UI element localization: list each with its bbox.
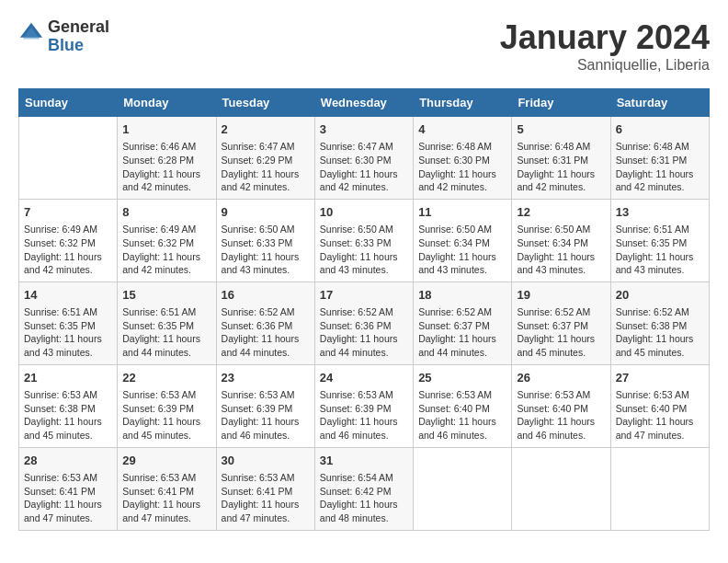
day-number: 4 [418, 121, 506, 138]
header-thursday: Thursday [414, 89, 512, 117]
day-info: Sunrise: 6:50 AMSunset: 6:34 PMDaylight:… [517, 223, 605, 277]
day-number: 26 [517, 370, 605, 386]
day-number: 14 [24, 287, 112, 304]
calendar-cell [610, 447, 709, 530]
title-block: January 2024 Sanniquellie, Liberia [500, 18, 710, 74]
calendar-cell: 21Sunrise: 6:53 AMSunset: 6:38 PMDayligh… [19, 364, 118, 447]
calendar-cell: 20Sunrise: 6:52 AMSunset: 6:38 PMDayligh… [610, 282, 709, 364]
calendar-cell: 30Sunrise: 6:53 AMSunset: 6:41 PMDayligh… [216, 447, 314, 530]
day-info: Sunrise: 6:53 AMSunset: 6:41 PMDaylight:… [222, 471, 310, 525]
day-info: Sunrise: 6:53 AMSunset: 6:40 PMDaylight:… [616, 388, 704, 442]
day-number: 6 [616, 121, 704, 138]
day-info: Sunrise: 6:48 AMSunset: 6:31 PMDaylight:… [616, 140, 704, 194]
logo-icon [18, 20, 44, 46]
day-number: 27 [616, 370, 704, 386]
calendar-cell: 26Sunrise: 6:53 AMSunset: 6:40 PMDayligh… [512, 364, 610, 447]
header-sunday: Sunday [19, 89, 118, 117]
header-saturday: Saturday [610, 89, 709, 117]
day-number: 22 [122, 370, 210, 386]
day-info: Sunrise: 6:47 AMSunset: 6:29 PMDaylight:… [222, 140, 310, 194]
day-number: 15 [122, 287, 210, 304]
calendar-cell [414, 447, 512, 530]
day-number: 19 [517, 287, 605, 304]
day-number: 28 [24, 453, 112, 469]
header-tuesday: Tuesday [216, 89, 314, 117]
calendar-cell: 16Sunrise: 6:52 AMSunset: 6:36 PMDayligh… [216, 282, 314, 364]
day-number: 24 [320, 370, 408, 386]
calendar-cell: 3Sunrise: 6:47 AMSunset: 6:30 PMDaylight… [314, 117, 413, 200]
calendar-cell: 22Sunrise: 6:53 AMSunset: 6:39 PMDayligh… [118, 364, 216, 447]
calendar-cell: 6Sunrise: 6:48 AMSunset: 6:31 PMDaylight… [610, 117, 709, 200]
calendar-week-row: 28Sunrise: 6:53 AMSunset: 6:41 PMDayligh… [19, 447, 710, 530]
calendar-cell: 25Sunrise: 6:53 AMSunset: 6:40 PMDayligh… [414, 364, 512, 447]
calendar-cell: 12Sunrise: 6:50 AMSunset: 6:34 PMDayligh… [512, 199, 610, 282]
calendar-week-row: 14Sunrise: 6:51 AMSunset: 6:35 PMDayligh… [19, 282, 710, 364]
calendar-cell: 13Sunrise: 6:51 AMSunset: 6:35 PMDayligh… [610, 199, 709, 282]
calendar-cell: 23Sunrise: 6:53 AMSunset: 6:39 PMDayligh… [216, 364, 314, 447]
calendar-cell: 28Sunrise: 6:53 AMSunset: 6:41 PMDayligh… [19, 447, 118, 530]
calendar-cell: 9Sunrise: 6:50 AMSunset: 6:33 PMDaylight… [216, 199, 314, 282]
calendar-cell: 31Sunrise: 6:54 AMSunset: 6:42 PMDayligh… [314, 447, 413, 530]
calendar-cell: 18Sunrise: 6:52 AMSunset: 6:37 PMDayligh… [414, 282, 512, 364]
day-info: Sunrise: 6:49 AMSunset: 6:32 PMDaylight:… [24, 223, 112, 277]
header-friday: Friday [512, 89, 610, 117]
day-number: 10 [320, 204, 408, 221]
header-wednesday: Wednesday [314, 89, 413, 117]
day-number: 18 [418, 287, 506, 304]
day-info: Sunrise: 6:52 AMSunset: 6:37 PMDaylight:… [517, 305, 605, 360]
calendar-cell: 4Sunrise: 6:48 AMSunset: 6:30 PMDaylight… [414, 117, 512, 200]
calendar-cell: 17Sunrise: 6:52 AMSunset: 6:36 PMDayligh… [314, 282, 413, 364]
day-info: Sunrise: 6:50 AMSunset: 6:33 PMDaylight:… [222, 223, 310, 277]
header-monday: Monday [118, 89, 216, 117]
calendar-cell: 1Sunrise: 6:46 AMSunset: 6:28 PMDaylight… [118, 117, 216, 200]
calendar-cell: 27Sunrise: 6:53 AMSunset: 6:40 PMDayligh… [610, 364, 709, 447]
day-number: 1 [122, 121, 210, 138]
calendar-week-row: 21Sunrise: 6:53 AMSunset: 6:38 PMDayligh… [19, 364, 710, 447]
day-info: Sunrise: 6:54 AMSunset: 6:42 PMDaylight:… [320, 471, 408, 525]
day-info: Sunrise: 6:48 AMSunset: 6:30 PMDaylight:… [418, 140, 506, 194]
calendar-cell: 10Sunrise: 6:50 AMSunset: 6:33 PMDayligh… [314, 199, 413, 282]
calendar-cell: 5Sunrise: 6:48 AMSunset: 6:31 PMDaylight… [512, 117, 610, 200]
day-info: Sunrise: 6:53 AMSunset: 6:40 PMDaylight:… [418, 388, 506, 442]
logo-blue: Blue [48, 37, 109, 55]
calendar-cell: 2Sunrise: 6:47 AMSunset: 6:29 PMDaylight… [216, 117, 314, 200]
day-info: Sunrise: 6:51 AMSunset: 6:35 PMDaylight:… [122, 305, 210, 360]
day-number: 17 [320, 287, 408, 304]
logo: General Blue [18, 18, 109, 55]
day-info: Sunrise: 6:53 AMSunset: 6:39 PMDaylight:… [320, 388, 408, 442]
calendar-cell: 11Sunrise: 6:50 AMSunset: 6:34 PMDayligh… [414, 199, 512, 282]
day-info: Sunrise: 6:52 AMSunset: 6:38 PMDaylight:… [616, 305, 704, 360]
calendar-header-row: SundayMondayTuesdayWednesdayThursdayFrid… [19, 89, 710, 117]
day-info: Sunrise: 6:52 AMSunset: 6:36 PMDaylight:… [320, 305, 408, 360]
day-number: 7 [24, 204, 112, 221]
day-info: Sunrise: 6:53 AMSunset: 6:41 PMDaylight:… [24, 471, 112, 525]
calendar-cell: 19Sunrise: 6:52 AMSunset: 6:37 PMDayligh… [512, 282, 610, 364]
calendar-cell: 29Sunrise: 6:53 AMSunset: 6:41 PMDayligh… [118, 447, 216, 530]
calendar-table: SundayMondayTuesdayWednesdayThursdayFrid… [18, 88, 710, 531]
day-info: Sunrise: 6:50 AMSunset: 6:34 PMDaylight:… [418, 223, 506, 277]
logo-text: General Blue [48, 18, 109, 55]
day-info: Sunrise: 6:53 AMSunset: 6:38 PMDaylight:… [24, 388, 112, 442]
location: Sanniquellie, Liberia [500, 57, 710, 74]
calendar-cell [512, 447, 610, 530]
day-number: 13 [616, 204, 704, 221]
day-info: Sunrise: 6:47 AMSunset: 6:30 PMDaylight:… [320, 140, 408, 194]
day-number: 30 [222, 453, 310, 469]
calendar-cell: 24Sunrise: 6:53 AMSunset: 6:39 PMDayligh… [314, 364, 413, 447]
calendar-week-row: 7Sunrise: 6:49 AMSunset: 6:32 PMDaylight… [19, 199, 710, 282]
logo-general: General [48, 18, 109, 37]
day-number: 9 [222, 204, 310, 221]
calendar-cell [19, 117, 118, 200]
day-number: 23 [222, 370, 310, 386]
day-number: 12 [517, 204, 605, 221]
day-info: Sunrise: 6:51 AMSunset: 6:35 PMDaylight:… [616, 223, 704, 277]
day-info: Sunrise: 6:48 AMSunset: 6:31 PMDaylight:… [517, 140, 605, 194]
day-info: Sunrise: 6:46 AMSunset: 6:28 PMDaylight:… [122, 140, 210, 194]
calendar-cell: 15Sunrise: 6:51 AMSunset: 6:35 PMDayligh… [118, 282, 216, 364]
day-number: 21 [24, 370, 112, 386]
day-info: Sunrise: 6:53 AMSunset: 6:39 PMDaylight:… [222, 388, 310, 442]
day-number: 16 [222, 287, 310, 304]
day-number: 5 [517, 121, 605, 138]
day-number: 11 [418, 204, 506, 221]
day-number: 2 [222, 121, 310, 138]
